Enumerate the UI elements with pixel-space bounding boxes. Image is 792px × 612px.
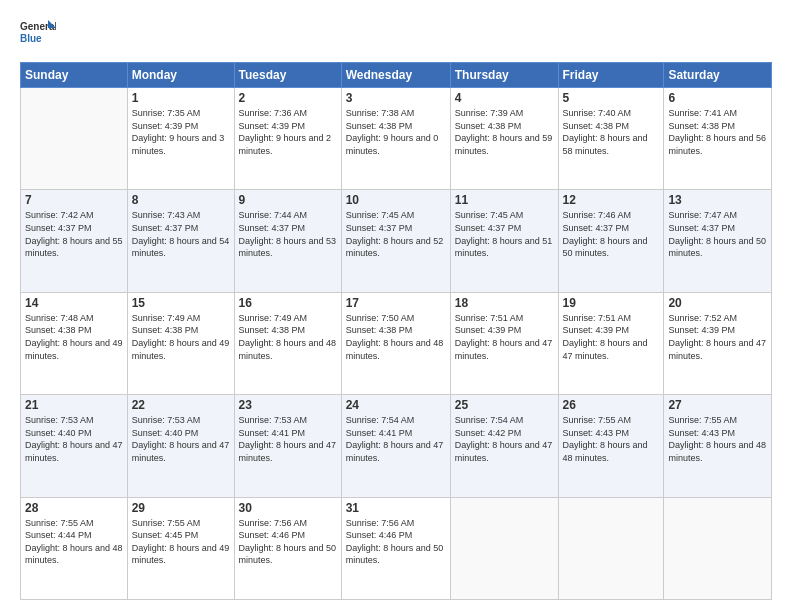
sunset-time: Sunset: 4:41 PM	[239, 428, 306, 438]
day-number: 15	[132, 296, 230, 310]
sunrise-time: Sunrise: 7:51 AM	[455, 313, 524, 323]
logo: General Blue	[20, 16, 56, 52]
sunrise-time: Sunrise: 7:36 AM	[239, 108, 308, 118]
day-number: 22	[132, 398, 230, 412]
sunset-time: Sunset: 4:44 PM	[25, 530, 92, 540]
sunrise-time: Sunrise: 7:55 AM	[25, 518, 94, 528]
day-cell: 18 Sunrise: 7:51 AM Sunset: 4:39 PM Dayl…	[450, 292, 558, 394]
day-number: 25	[455, 398, 554, 412]
day-cell: 14 Sunrise: 7:48 AM Sunset: 4:38 PM Dayl…	[21, 292, 128, 394]
page: General Blue SundayMondayTuesdayWednesda…	[0, 0, 792, 612]
logo-bird-icon: General Blue	[20, 16, 56, 52]
day-cell: 12 Sunrise: 7:46 AM Sunset: 4:37 PM Dayl…	[558, 190, 664, 292]
day-number: 28	[25, 501, 123, 515]
daylight-hours: Daylight: 8 hours and 51 minutes.	[455, 236, 553, 259]
sunrise-time: Sunrise: 7:48 AM	[25, 313, 94, 323]
sunrise-time: Sunrise: 7:53 AM	[25, 415, 94, 425]
daylight-hours: Daylight: 8 hours and 58 minutes.	[563, 133, 648, 156]
daylight-hours: Daylight: 8 hours and 47 minutes.	[239, 440, 337, 463]
sunrise-time: Sunrise: 7:35 AM	[132, 108, 201, 118]
sunset-time: Sunset: 4:45 PM	[132, 530, 199, 540]
svg-text:Blue: Blue	[20, 33, 42, 44]
day-cell: 15 Sunrise: 7:49 AM Sunset: 4:38 PM Dayl…	[127, 292, 234, 394]
weekday-header-row: SundayMondayTuesdayWednesdayThursdayFrid…	[21, 63, 772, 88]
sunrise-time: Sunrise: 7:54 AM	[346, 415, 415, 425]
day-info: Sunrise: 7:49 AM Sunset: 4:38 PM Dayligh…	[239, 312, 337, 362]
daylight-hours: Daylight: 8 hours and 50 minutes.	[239, 543, 337, 566]
sunset-time: Sunset: 4:38 PM	[239, 325, 306, 335]
sunset-time: Sunset: 4:37 PM	[563, 223, 630, 233]
day-number: 21	[25, 398, 123, 412]
daylight-hours: Daylight: 9 hours and 3 minutes.	[132, 133, 225, 156]
sunrise-time: Sunrise: 7:42 AM	[25, 210, 94, 220]
daylight-hours: Daylight: 9 hours and 0 minutes.	[346, 133, 439, 156]
daylight-hours: Daylight: 8 hours and 50 minutes.	[346, 543, 444, 566]
daylight-hours: Daylight: 8 hours and 48 minutes.	[346, 338, 444, 361]
day-cell: 19 Sunrise: 7:51 AM Sunset: 4:39 PM Dayl…	[558, 292, 664, 394]
day-cell: 2 Sunrise: 7:36 AM Sunset: 4:39 PM Dayli…	[234, 88, 341, 190]
sunrise-time: Sunrise: 7:55 AM	[132, 518, 201, 528]
sunrise-time: Sunrise: 7:49 AM	[239, 313, 308, 323]
day-number: 27	[668, 398, 767, 412]
daylight-hours: Daylight: 8 hours and 47 minutes.	[455, 338, 553, 361]
day-cell: 29 Sunrise: 7:55 AM Sunset: 4:45 PM Dayl…	[127, 497, 234, 599]
sunrise-time: Sunrise: 7:43 AM	[132, 210, 201, 220]
day-cell: 13 Sunrise: 7:47 AM Sunset: 4:37 PM Dayl…	[664, 190, 772, 292]
day-number: 9	[239, 193, 337, 207]
weekday-header-thursday: Thursday	[450, 63, 558, 88]
sunrise-time: Sunrise: 7:41 AM	[668, 108, 737, 118]
weekday-header-tuesday: Tuesday	[234, 63, 341, 88]
day-info: Sunrise: 7:53 AM Sunset: 4:40 PM Dayligh…	[25, 414, 123, 464]
day-cell: 21 Sunrise: 7:53 AM Sunset: 4:40 PM Dayl…	[21, 395, 128, 497]
sunrise-time: Sunrise: 7:49 AM	[132, 313, 201, 323]
sunrise-time: Sunrise: 7:53 AM	[132, 415, 201, 425]
day-info: Sunrise: 7:54 AM Sunset: 4:41 PM Dayligh…	[346, 414, 446, 464]
day-info: Sunrise: 7:55 AM Sunset: 4:45 PM Dayligh…	[132, 517, 230, 567]
day-number: 31	[346, 501, 446, 515]
day-cell: 8 Sunrise: 7:43 AM Sunset: 4:37 PM Dayli…	[127, 190, 234, 292]
sunset-time: Sunset: 4:38 PM	[346, 121, 413, 131]
daylight-hours: Daylight: 8 hours and 47 minutes.	[455, 440, 553, 463]
day-cell	[21, 88, 128, 190]
calendar: SundayMondayTuesdayWednesdayThursdayFrid…	[20, 62, 772, 600]
day-cell: 17 Sunrise: 7:50 AM Sunset: 4:38 PM Dayl…	[341, 292, 450, 394]
day-cell: 10 Sunrise: 7:45 AM Sunset: 4:37 PM Dayl…	[341, 190, 450, 292]
day-info: Sunrise: 7:53 AM Sunset: 4:41 PM Dayligh…	[239, 414, 337, 464]
sunrise-time: Sunrise: 7:54 AM	[455, 415, 524, 425]
day-info: Sunrise: 7:52 AM Sunset: 4:39 PM Dayligh…	[668, 312, 767, 362]
day-info: Sunrise: 7:56 AM Sunset: 4:46 PM Dayligh…	[346, 517, 446, 567]
day-number: 12	[563, 193, 660, 207]
day-number: 24	[346, 398, 446, 412]
day-number: 17	[346, 296, 446, 310]
day-number: 14	[25, 296, 123, 310]
daylight-hours: Daylight: 8 hours and 50 minutes.	[563, 236, 648, 259]
day-info: Sunrise: 7:44 AM Sunset: 4:37 PM Dayligh…	[239, 209, 337, 259]
daylight-hours: Daylight: 8 hours and 59 minutes.	[455, 133, 553, 156]
sunset-time: Sunset: 4:38 PM	[346, 325, 413, 335]
daylight-hours: Daylight: 8 hours and 48 minutes.	[563, 440, 648, 463]
sunrise-time: Sunrise: 7:39 AM	[455, 108, 524, 118]
day-info: Sunrise: 7:56 AM Sunset: 4:46 PM Dayligh…	[239, 517, 337, 567]
daylight-hours: Daylight: 8 hours and 49 minutes.	[25, 338, 123, 361]
sunset-time: Sunset: 4:43 PM	[668, 428, 735, 438]
day-cell: 31 Sunrise: 7:56 AM Sunset: 4:46 PM Dayl…	[341, 497, 450, 599]
day-cell	[450, 497, 558, 599]
day-cell: 27 Sunrise: 7:55 AM Sunset: 4:43 PM Dayl…	[664, 395, 772, 497]
day-info: Sunrise: 7:43 AM Sunset: 4:37 PM Dayligh…	[132, 209, 230, 259]
sunset-time: Sunset: 4:38 PM	[668, 121, 735, 131]
day-cell: 1 Sunrise: 7:35 AM Sunset: 4:39 PM Dayli…	[127, 88, 234, 190]
daylight-hours: Daylight: 8 hours and 49 minutes.	[132, 338, 230, 361]
day-cell: 25 Sunrise: 7:54 AM Sunset: 4:42 PM Dayl…	[450, 395, 558, 497]
sunrise-time: Sunrise: 7:47 AM	[668, 210, 737, 220]
daylight-hours: Daylight: 8 hours and 48 minutes.	[239, 338, 337, 361]
sunset-time: Sunset: 4:38 PM	[25, 325, 92, 335]
sunset-time: Sunset: 4:39 PM	[668, 325, 735, 335]
day-cell: 7 Sunrise: 7:42 AM Sunset: 4:37 PM Dayli…	[21, 190, 128, 292]
daylight-hours: Daylight: 8 hours and 48 minutes.	[668, 440, 766, 463]
day-info: Sunrise: 7:48 AM Sunset: 4:38 PM Dayligh…	[25, 312, 123, 362]
day-cell: 20 Sunrise: 7:52 AM Sunset: 4:39 PM Dayl…	[664, 292, 772, 394]
sunset-time: Sunset: 4:38 PM	[132, 325, 199, 335]
weekday-header-sunday: Sunday	[21, 63, 128, 88]
weekday-header-friday: Friday	[558, 63, 664, 88]
daylight-hours: Daylight: 8 hours and 48 minutes.	[25, 543, 123, 566]
